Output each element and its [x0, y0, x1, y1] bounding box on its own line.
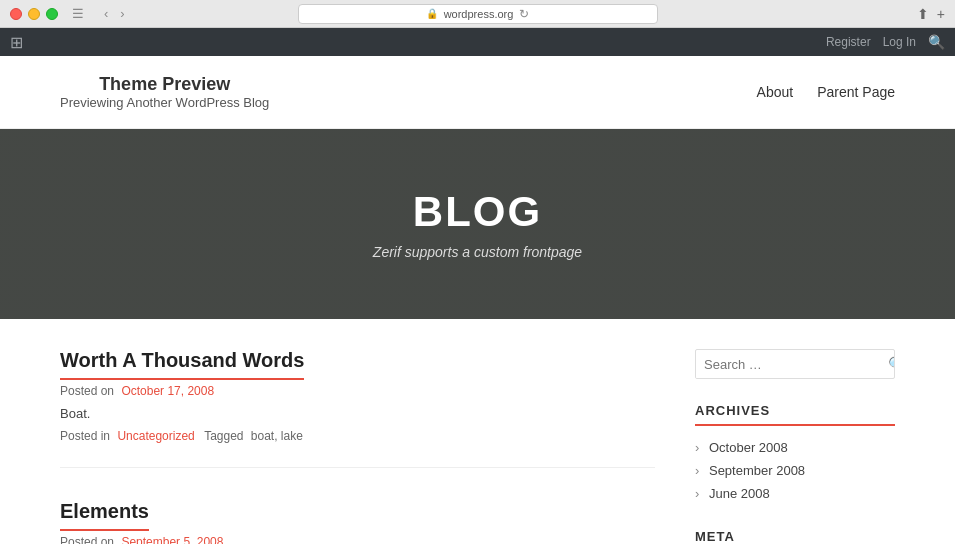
- meta-title: META: [695, 529, 895, 544]
- search-widget: 🔍: [695, 349, 895, 379]
- main-nav: About Parent Page: [757, 84, 895, 100]
- archive-item-september: September 2008: [695, 459, 895, 482]
- archives-title: ARCHIVES: [695, 403, 895, 426]
- posted-in-label-1: Posted in: [60, 429, 110, 443]
- archive-item-june: June 2008: [695, 482, 895, 505]
- wp-admin-bar: ⊞ Register Log In 🔍: [0, 28, 955, 56]
- site-subtitle: Previewing Another WordPress Blog: [60, 95, 269, 110]
- nav-parent-page[interactable]: Parent Page: [817, 84, 895, 100]
- tagged-label-1: Tagged: [204, 429, 243, 443]
- url-text: wordpress.org: [444, 8, 514, 20]
- sidebar-toggle-button[interactable]: ☰: [68, 4, 88, 23]
- browser-nav: ‹ ›: [100, 4, 129, 23]
- hero-title: BLOG: [413, 188, 542, 236]
- nav-about[interactable]: About: [757, 84, 794, 100]
- main-content: Worth A Thousand Words Posted on October…: [0, 319, 955, 544]
- search-input[interactable]: [696, 351, 880, 378]
- maximize-button[interactable]: [46, 8, 58, 20]
- lock-icon: 🔒: [426, 8, 438, 19]
- post-1-date[interactable]: October 17, 2008: [121, 384, 214, 398]
- post-1: Worth A Thousand Words Posted on October…: [60, 349, 655, 468]
- mac-window-buttons: [10, 8, 58, 20]
- forward-button[interactable]: ›: [116, 4, 128, 23]
- post-1-meta: Posted on October 17, 2008: [60, 384, 655, 398]
- post-2-meta: Posted on September 5, 2008: [60, 535, 655, 544]
- search-button[interactable]: 🔍: [880, 350, 895, 378]
- admin-search-icon[interactable]: 🔍: [928, 34, 945, 50]
- post-1-excerpt: Boat.: [60, 406, 655, 421]
- posted-on-label-2: Posted on: [60, 535, 114, 544]
- back-button[interactable]: ‹: [100, 4, 112, 23]
- post-2: Elements Posted on September 5, 2008 The…: [60, 500, 655, 544]
- mac-titlebar: ☰ ‹ › 🔒 wordpress.org ↻ ⬆ +: [0, 0, 955, 28]
- posted-on-label-1: Posted on: [60, 384, 114, 398]
- archives-list: October 2008 September 2008 June 2008: [695, 436, 895, 505]
- share-button[interactable]: ⬆: [917, 6, 929, 22]
- hero-section: BLOG Zerif supports a custom frontpage: [0, 129, 955, 319]
- archive-item-october: October 2008: [695, 436, 895, 459]
- post-1-tags: boat, lake: [251, 429, 303, 443]
- close-button[interactable]: [10, 8, 22, 20]
- browser-toolbar-right: ⬆ +: [917, 6, 945, 22]
- site-header: Theme Preview Previewing Another WordPre…: [0, 56, 955, 129]
- post-1-category[interactable]: Uncategorized: [117, 429, 194, 443]
- site-title: Theme Preview: [60, 74, 269, 95]
- post-1-title[interactable]: Worth A Thousand Words: [60, 349, 304, 380]
- posts-area: Worth A Thousand Words Posted on October…: [60, 349, 655, 544]
- admin-bar-right: Register Log In 🔍: [826, 34, 945, 50]
- hero-subtitle: Zerif supports a custom frontpage: [373, 244, 582, 260]
- post-2-date[interactable]: September 5, 2008: [121, 535, 223, 544]
- post-1-footer: Posted in Uncategorized Tagged boat, lak…: [60, 429, 655, 443]
- register-link[interactable]: Register: [826, 35, 871, 49]
- post-2-title[interactable]: Elements: [60, 500, 149, 531]
- address-bar[interactable]: 🔒 wordpress.org ↻: [298, 4, 658, 24]
- sidebar: 🔍 ARCHIVES October 2008 September 2008 J…: [695, 349, 895, 544]
- wordpress-logo[interactable]: ⊞: [10, 33, 23, 52]
- site-branding: Theme Preview Previewing Another WordPre…: [60, 74, 269, 110]
- archive-september-link[interactable]: September 2008: [709, 463, 805, 478]
- login-link[interactable]: Log In: [883, 35, 916, 49]
- minimize-button[interactable]: [28, 8, 40, 20]
- new-tab-button[interactable]: +: [937, 6, 945, 22]
- archive-june-link[interactable]: June 2008: [709, 486, 770, 501]
- archive-october-link[interactable]: October 2008: [709, 440, 788, 455]
- reload-icon[interactable]: ↻: [519, 7, 529, 21]
- admin-bar-left: ⊞: [10, 33, 23, 52]
